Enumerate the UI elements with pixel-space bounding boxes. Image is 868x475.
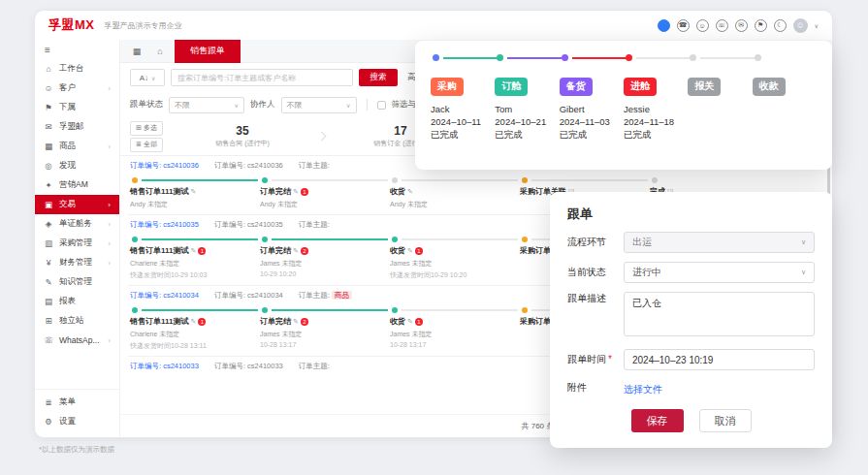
- edit-icon[interactable]: ✎: [407, 318, 413, 326]
- step-name[interactable]: 销售订单111测试✎: [130, 186, 256, 197]
- step-dot: [522, 177, 528, 183]
- followup-status-select[interactable]: 不限∨: [169, 97, 244, 113]
- description-textarea[interactable]: 已入仓: [624, 292, 815, 336]
- workflow-stage: 进舱 Jessie 2024–11–18 已完成: [624, 76, 688, 142]
- order-subject: 订单主题:: [299, 362, 330, 371]
- order-no-text: 订单编号: cs2410034: [214, 291, 283, 301]
- avatar[interactable]: ☺: [793, 18, 808, 33]
- step-name[interactable]: 订单完结✎1: [260, 186, 386, 197]
- followup-status-label: 跟单状态: [130, 99, 163, 111]
- cancel-button[interactable]: 取消: [699, 409, 752, 432]
- notification-icon[interactable]: ⚑: [755, 19, 767, 32]
- sidebar: ≡ ⌂工作台 ☺客户› ⚑下属 ✉孚盟邮 ▦商品› ◎发现 ✦营销AM ▣交易›…: [35, 40, 120, 437]
- sidebar-item-knowledge[interactable]: ✎知识管理: [35, 272, 119, 292]
- order-no-link[interactable]: 订单编号: cs2410036: [130, 161, 199, 171]
- sidebar-item-products[interactable]: ▦商品›: [35, 137, 119, 156]
- sidebar-item-discover[interactable]: ◎发现: [35, 156, 119, 175]
- step-badge: 2: [301, 318, 308, 326]
- process-stage-select[interactable]: 出运∨: [624, 232, 815, 253]
- collaborator-select[interactable]: 不限∨: [281, 97, 357, 113]
- multi-select-button[interactable]: ⊞多选: [130, 121, 163, 136]
- sidebar-item-purchasing[interactable]: ▥采购管理›: [35, 234, 119, 253]
- customers-icon: ☺: [44, 83, 53, 93]
- stage-badge-booking[interactable]: 订舱: [495, 78, 528, 96]
- support-icon[interactable]: ☎: [677, 19, 690, 32]
- search-button[interactable]: 搜索: [359, 69, 398, 86]
- step-name[interactable]: 订单完结✎2: [260, 245, 386, 256]
- step-name[interactable]: 收货✎1: [390, 245, 516, 256]
- workflow-connector: [700, 57, 755, 59]
- save-button[interactable]: 保存: [631, 409, 684, 432]
- sidebar-item-webstore[interactable]: ⊞独立站: [35, 311, 119, 331]
- avatar-caret-icon[interactable]: ∨: [815, 22, 819, 29]
- stat-sales-contract[interactable]: 35 销售合同 (进行中): [171, 124, 314, 148]
- sidebar-item-shipping-docs[interactable]: ◈单证船务›: [35, 214, 119, 234]
- related-to-me-checkbox[interactable]: [377, 101, 386, 110]
- sidebar-item-marketing[interactable]: ✦营销AM: [35, 175, 119, 195]
- edit-icon[interactable]: ✎: [190, 188, 196, 196]
- step-extra: 10-29 10:20: [260, 270, 386, 277]
- sidebar-collapse-icon[interactable]: ≡: [35, 43, 119, 59]
- tab-sales-followup[interactable]: 销售跟单: [175, 40, 241, 63]
- sidebar-item-settings[interactable]: ⚙设置: [35, 412, 119, 431]
- stage-date: 2024–11–03: [560, 116, 624, 127]
- stage-badge-stocking[interactable]: 备货: [560, 78, 593, 96]
- step-connector: [272, 238, 388, 240]
- order-no-link[interactable]: 订单编号: cs2410033: [130, 362, 199, 371]
- announcement-icon[interactable]: [658, 19, 670, 32]
- collaborator-label: 协作人: [250, 99, 275, 111]
- marketing-icon: ✦: [44, 180, 53, 190]
- edit-icon[interactable]: ✎: [293, 188, 299, 196]
- edit-icon[interactable]: ✎: [190, 247, 196, 255]
- knowledge-icon: ✎: [44, 277, 53, 287]
- edit-icon[interactable]: ✎: [293, 247, 299, 255]
- tenant-name: 孚盟产品演示专用企业: [105, 20, 182, 31]
- edit-icon[interactable]: ✎: [293, 318, 299, 326]
- select-all-button[interactable]: ≣全部: [130, 138, 163, 152]
- finance-icon: ¥: [44, 258, 53, 268]
- sort-dropdown[interactable]: A↓∨: [130, 69, 165, 86]
- stage-badge-loading[interactable]: 进舱: [624, 78, 657, 96]
- sidebar-item-subordinates[interactable]: ⚑下属: [35, 98, 119, 117]
- sidebar-item-finance[interactable]: ¥财务管理›: [35, 253, 119, 272]
- sidebar-item-workbench[interactable]: ⌂工作台: [35, 59, 119, 79]
- step-name[interactable]: 销售订单111测试✎1: [130, 245, 256, 256]
- step-person: Charlene 未指定: [130, 330, 256, 339]
- whatsapp-icon[interactable]: ☏: [716, 19, 728, 32]
- stage-badge-payment[interactable]: 收款: [753, 78, 786, 96]
- search-input[interactable]: [171, 69, 353, 86]
- sidebar-item-menu[interactable]: ≣菜单: [35, 393, 119, 412]
- stage-badge-customs[interactable]: 报关: [688, 78, 721, 96]
- sidebar-item-trade[interactable]: ▣交易›: [35, 195, 119, 214]
- workflow-stage: 订舱 Tom 2024–10–21 已完成: [495, 76, 559, 142]
- apps-grid-icon[interactable]: ▦: [128, 44, 145, 59]
- edit-icon[interactable]: ✎: [407, 188, 413, 196]
- order-no-link[interactable]: 订单编号: cs2410035: [130, 220, 199, 230]
- sidebar-item-reports[interactable]: ▤报表: [35, 292, 119, 311]
- followup-time-label: 跟单时间*: [567, 353, 624, 366]
- theme-icon[interactable]: ☾: [774, 19, 787, 32]
- current-status-label: 当前状态: [567, 266, 624, 279]
- brand-logo: 孚盟MX: [48, 16, 95, 34]
- choose-file-link[interactable]: 选择文件: [624, 384, 662, 395]
- sidebar-item-whatsapp[interactable]: ☏WhatsAp...›: [35, 331, 119, 350]
- workflow-dot: [562, 54, 568, 61]
- contacts-icon[interactable]: ☺: [696, 19, 709, 32]
- followup-time-input[interactable]: [624, 349, 815, 370]
- sidebar-item-customers[interactable]: ☺客户›: [35, 79, 119, 98]
- mail-icon[interactable]: ✉: [735, 19, 748, 32]
- current-status-select[interactable]: 进行中∨: [624, 262, 815, 283]
- home-icon[interactable]: ⌂: [151, 44, 169, 59]
- step-name[interactable]: 收货✎: [390, 186, 516, 197]
- step-name[interactable]: 收货✎1: [390, 316, 516, 327]
- edit-icon[interactable]: ✎: [407, 247, 413, 255]
- step-name[interactable]: 销售订单111测试✎1: [130, 316, 256, 327]
- step-name[interactable]: 订单完结✎2: [260, 316, 386, 327]
- sidebar-item-mail[interactable]: ✉孚盟邮: [35, 117, 119, 137]
- stage-badge-purchase[interactable]: 采购: [431, 78, 464, 96]
- edit-icon[interactable]: ✎: [190, 318, 196, 326]
- order-no-link[interactable]: 订单编号: cs2410034: [130, 291, 199, 301]
- step-dot: [522, 307, 528, 313]
- sidebar-bottom: ≣菜单 ⚙设置: [35, 389, 119, 431]
- shipping-docs-icon: ◈: [44, 219, 53, 229]
